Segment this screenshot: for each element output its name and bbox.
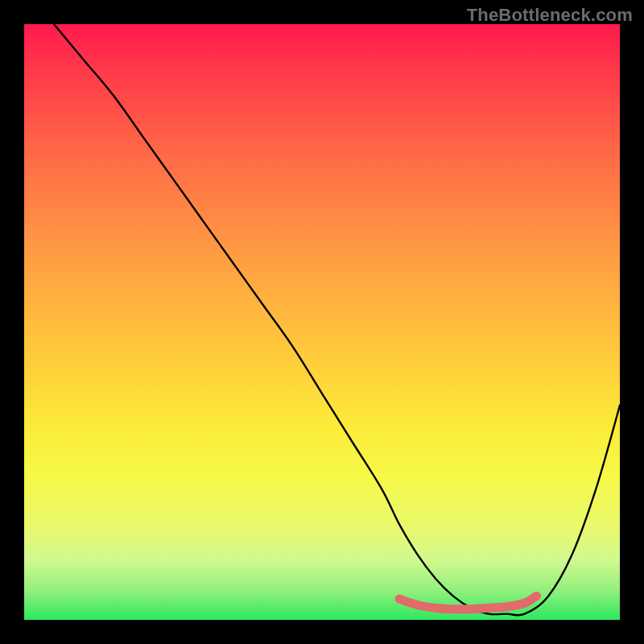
optimal-band [399, 596, 536, 609]
bottleneck-curve [54, 24, 620, 615]
curve-layer [24, 24, 620, 620]
watermark-label: TheBottleneck.com [467, 5, 633, 26]
chart-stage: TheBottleneck.com [0, 0, 644, 644]
plot-area [24, 24, 620, 620]
